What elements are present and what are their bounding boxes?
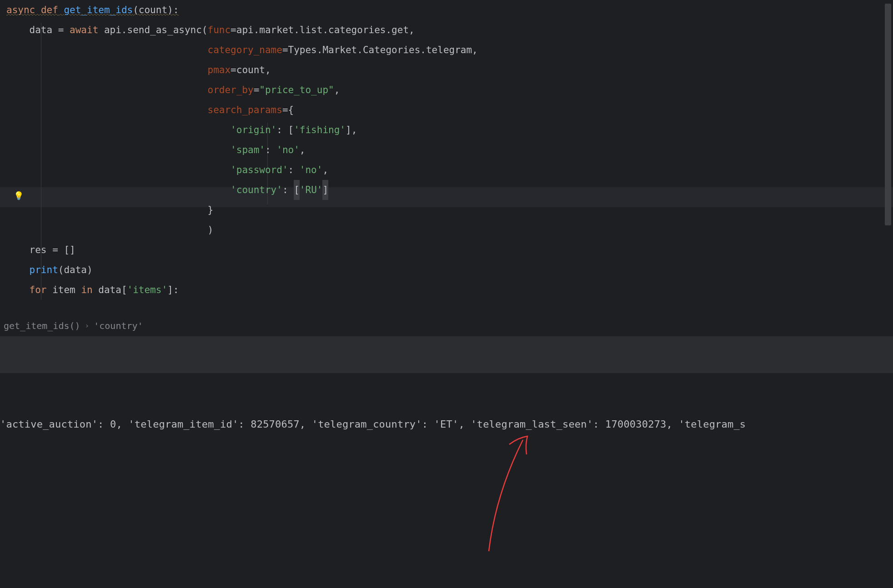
param-name: func <box>208 20 231 40</box>
code-text: ], <box>346 120 357 140</box>
code-line[interactable]: res = [] <box>6 240 893 260</box>
code-text: data[ <box>93 280 127 300</box>
string-literal: "price_to_up" <box>259 80 334 100</box>
terminal-output-line: 'active_auction': 0, 'telegram_item_id':… <box>0 419 893 430</box>
code-line[interactable]: print(data) <box>6 260 893 280</box>
annotation-arrow-icon <box>482 431 541 558</box>
code-editor-pane[interactable]: 💡 async def get_item_ids(count): data = … <box>0 0 893 315</box>
code-text: =count, <box>231 60 271 80</box>
string-literal: 'no' <box>300 160 323 180</box>
code-text: =api.market.list.categories.get, <box>231 20 415 40</box>
string-literal: 'password' <box>231 160 288 180</box>
code-text: : <box>265 140 276 160</box>
code-line[interactable]: 'spam': 'no', <box>6 140 893 160</box>
param-name: search_params <box>208 100 282 120</box>
param-name: pmax <box>208 60 231 80</box>
bracket-close: ] <box>322 180 328 200</box>
breadcrumb-item[interactable]: get_item_ids() <box>4 320 80 331</box>
string-literal: 'country' <box>231 180 282 200</box>
keyword-await: await <box>70 20 98 40</box>
string-literal: 'spam' <box>231 140 265 160</box>
code-text: item <box>47 280 81 300</box>
code-text: ={ <box>282 100 294 120</box>
code-text: res = [] <box>6 240 75 260</box>
code-text: data = <box>6 20 70 40</box>
string-literal: 'items' <box>127 280 168 300</box>
terminal-output-pane[interactable]: 'active_auction': 0, 'telegram_item_id':… <box>0 406 893 588</box>
code-text: : <box>282 180 294 200</box>
string-literal: 'no' <box>276 140 300 160</box>
keyword-async: async <box>6 0 35 20</box>
breadcrumb-bar[interactable]: get_item_ids() › 'country' <box>0 315 893 336</box>
code-text: = <box>254 80 260 100</box>
code-line[interactable]: 'origin': ['fishing'], <box>6 120 893 140</box>
builtin-print: print <box>30 260 58 280</box>
code-text: : <box>288 160 300 180</box>
params: (count): <box>133 0 179 20</box>
terminal-tab-bar[interactable] <box>0 373 893 406</box>
string-literal: 'origin' <box>231 120 276 140</box>
code-line[interactable]: 'password': 'no', <box>6 160 893 180</box>
code-text: : [ <box>276 120 294 140</box>
code-line[interactable]: search_params={ <box>6 100 893 120</box>
code-text: , <box>334 80 340 100</box>
keyword-for: for <box>30 280 47 300</box>
code-text: ]: <box>167 280 179 300</box>
code-line[interactable]: data = await api.send_as_async(func=api.… <box>6 20 893 40</box>
code-line[interactable]: pmax=count, <box>6 60 893 80</box>
breadcrumb-item[interactable]: 'country' <box>94 320 143 331</box>
code-text: ) <box>208 220 214 240</box>
keyword-in: in <box>81 280 92 300</box>
code-line[interactable]: for item in data['items']: <box>6 280 893 300</box>
chevron-right-icon: › <box>85 321 90 330</box>
code-line[interactable]: } <box>6 200 893 220</box>
code-line[interactable]: 'country': ['RU'] <box>6 180 893 200</box>
code-text: api.send_as_async( <box>98 20 207 40</box>
string-literal: 'fishing' <box>294 120 346 140</box>
bracket-open: [ <box>294 180 300 200</box>
code-line[interactable]: order_by="price_to_up", <box>6 80 893 100</box>
code-line[interactable]: async def get_item_ids(count): <box>6 0 893 20</box>
code-text: =Types.Market.Categories.telegram, <box>282 40 478 60</box>
code-line[interactable]: ) <box>6 220 893 240</box>
lightbulb-icon[interactable]: 💡 <box>14 191 24 200</box>
code-line[interactable]: category_name=Types.Market.Categories.te… <box>6 40 893 60</box>
code-text: (data) <box>58 260 93 280</box>
keyword-def: def <box>41 0 58 20</box>
code-text: } <box>208 200 214 220</box>
code-text: , <box>322 160 328 180</box>
tool-window-header[interactable] <box>0 336 893 373</box>
param-name: order_by <box>208 80 254 100</box>
code-text: , <box>300 140 306 160</box>
string-literal: 'RU' <box>300 180 323 200</box>
function-name: get_item_ids <box>64 0 133 20</box>
code-editor[interactable]: async def get_item_ids(count): data = aw… <box>0 0 893 300</box>
param-name: category_name <box>208 40 282 60</box>
